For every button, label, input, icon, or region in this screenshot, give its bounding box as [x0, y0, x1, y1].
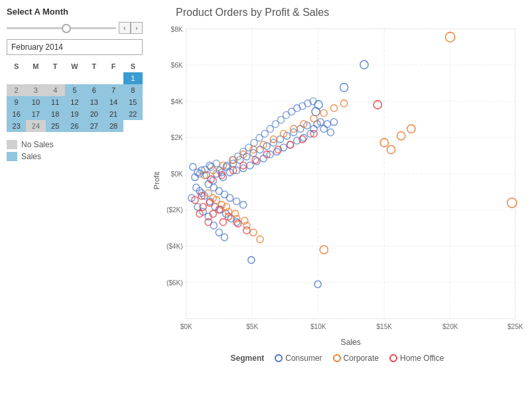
calendar-day[interactable]: 11 — [46, 96, 65, 108]
slider-thumb[interactable] — [62, 24, 71, 33]
calendar-day — [65, 72, 84, 84]
calendar-day[interactable]: 4 — [46, 84, 65, 96]
right-panel: Product Orders by Profit & Sales — [149, 0, 532, 394]
calendar-day[interactable]: 26 — [65, 120, 84, 132]
svg-text:$5K: $5K — [246, 323, 258, 330]
calendar-day[interactable]: 14 — [103, 96, 123, 108]
svg-text:$0K: $0K — [171, 170, 183, 178]
calendar-day[interactable]: 5 — [65, 84, 84, 96]
svg-text:$2K: $2K — [171, 134, 183, 141]
calendar-day[interactable]: 24 — [26, 120, 45, 132]
calendar-day[interactable]: 7 — [103, 84, 123, 96]
calendar-day[interactable]: 28 — [103, 120, 123, 132]
calendar-day[interactable]: 12 — [65, 96, 84, 108]
svg-text:$6K: $6K — [171, 62, 183, 69]
legend-no-sales-label: No Sales — [21, 140, 54, 149]
calendar-header: W — [65, 60, 84, 72]
svg-text:$25K: $25K — [507, 323, 523, 330]
calendar-day[interactable]: 16 — [7, 108, 26, 120]
calendar-day — [123, 120, 143, 132]
calendar-day[interactable]: 20 — [84, 108, 103, 120]
prev-month-button[interactable]: ‹ — [119, 22, 131, 34]
calendar-day[interactable]: 23 — [7, 120, 26, 132]
legend-sales: Sales — [7, 152, 143, 161]
slider-track[interactable] — [7, 27, 116, 29]
calendar-day[interactable]: 13 — [84, 96, 103, 108]
calendar-day[interactable]: 8 — [123, 84, 143, 96]
calendar-day — [46, 72, 65, 84]
calendar-day[interactable]: 10 — [26, 96, 45, 108]
calendar-day[interactable]: 21 — [103, 108, 123, 120]
svg-text:Sales: Sales — [341, 338, 361, 347]
calendar-day[interactable]: 19 — [65, 108, 84, 120]
calendar-header: T — [46, 60, 65, 72]
chart-title: Product Orders by Profit & Sales — [176, 7, 525, 19]
calendar-day — [84, 72, 103, 84]
legend-sales-box — [7, 152, 17, 161]
svg-text:($4K): ($4K) — [166, 243, 183, 250]
calendar-day — [26, 72, 45, 84]
calendar-header: M — [26, 60, 45, 72]
svg-text:$15K: $15K — [376, 323, 392, 330]
slider-container: ‹ › — [7, 22, 143, 34]
calendar-header: S — [123, 60, 143, 72]
left-panel: Select A Month ‹ › SMTWTFS 1234567891011… — [0, 0, 149, 394]
select-month-title: Select A Month — [7, 7, 143, 17]
chart-area: $8K $6K $4K $2K $0K ($2K) ($4K) ($6K) $0… — [149, 22, 525, 360]
svg-text:($2K): ($2K) — [166, 206, 183, 214]
scatter-chart: $8K $6K $4K $2K $0K ($2K) ($4K) ($6K) $0… — [149, 22, 525, 360]
calendar-header: T — [84, 60, 103, 72]
month-input[interactable] — [7, 39, 143, 55]
legend-sales-label: Sales — [21, 152, 41, 161]
svg-text:$10K: $10K — [310, 323, 326, 330]
next-month-button[interactable]: › — [131, 22, 143, 34]
calendar-day[interactable]: 17 — [26, 108, 45, 120]
svg-text:$8K: $8K — [171, 25, 183, 33]
calendar-day[interactable]: 27 — [84, 120, 103, 132]
svg-text:$4K: $4K — [171, 98, 183, 105]
legend-no-sales-box — [7, 140, 17, 149]
calendar-day[interactable]: 25 — [46, 120, 65, 132]
calendar-day — [7, 72, 26, 84]
svg-text:Profit: Profit — [153, 171, 161, 190]
calendar-day[interactable]: 6 — [84, 84, 103, 96]
calendar-day[interactable]: 15 — [123, 96, 143, 108]
calendar: SMTWTFS 12345678910111213141516171819202… — [7, 60, 143, 132]
calendar-header: S — [7, 60, 26, 72]
calendar-header: F — [103, 60, 123, 72]
calendar-day[interactable]: 9 — [7, 96, 26, 108]
legend-no-sales: No Sales — [7, 140, 143, 149]
svg-text:$20K: $20K — [442, 323, 458, 330]
calendar-day — [103, 72, 123, 84]
calendar-legend: No Sales Sales — [7, 140, 143, 161]
calendar-day[interactable]: 3 — [26, 84, 45, 96]
calendar-day[interactable]: 18 — [46, 108, 65, 120]
svg-text:($6K): ($6K) — [166, 279, 183, 286]
calendar-day[interactable]: 2 — [7, 84, 26, 96]
svg-text:$0K: $0K — [180, 323, 192, 330]
calendar-day[interactable]: 22 — [123, 108, 143, 120]
calendar-day[interactable]: 1 — [123, 72, 143, 84]
